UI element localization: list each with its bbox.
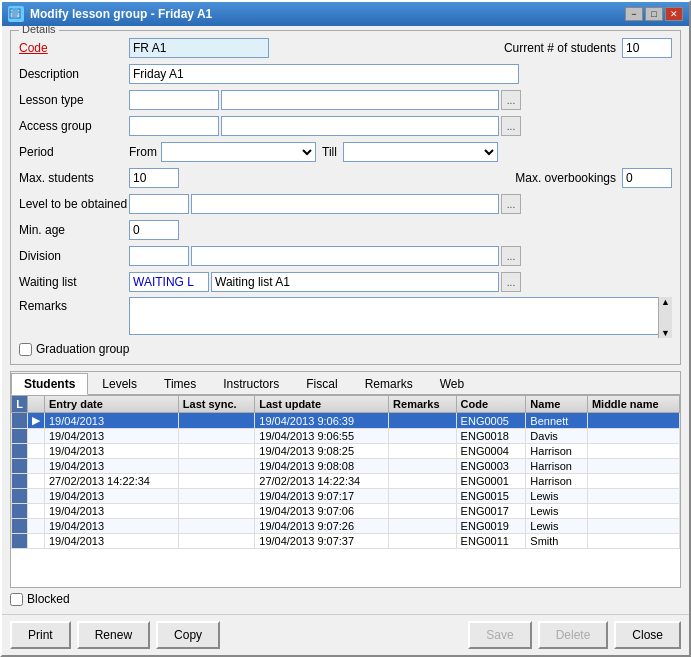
entry-date-cell: 19/04/2013 [45,534,179,549]
last-sync-cell [178,444,254,459]
renew-button[interactable]: Renew [77,621,150,649]
tab-students[interactable]: Students [11,373,88,395]
waiting-label: Waiting list [19,275,129,289]
table-row[interactable]: ▶ 19/04/2013 19/04/2013 9:06:39 ENG0005 … [12,413,680,429]
description-input[interactable] [129,64,519,84]
l-cell [12,429,28,444]
level-code[interactable] [129,194,189,214]
access-group-row: Access group ... [19,115,672,137]
lesson-type-label: Lesson type [19,93,129,107]
close-button[interactable]: Close [614,621,681,649]
table-row[interactable]: 19/04/2013 19/04/2013 9:07:06 ENG0017 Le… [12,504,680,519]
last-sync-cell [178,459,254,474]
code-cell: ENG0017 [456,504,526,519]
students-table-container: L Entry date Last sync. Last update Rema… [11,395,680,587]
arrow-cell [28,444,45,459]
min-age-input[interactable] [129,220,179,240]
delete-button[interactable]: Delete [538,621,609,649]
name-cell: Smith [526,534,588,549]
code-cell: ENG0005 [456,413,526,429]
blocked-checkbox[interactable] [10,593,23,606]
division-code[interactable] [129,246,189,266]
table-row[interactable]: 19/04/2013 19/04/2013 9:06:55 ENG0018 Da… [12,429,680,444]
from-combo[interactable] [161,142,316,162]
tab-levels[interactable]: Levels [89,373,150,395]
arrow-cell [28,459,45,474]
l-cell [12,504,28,519]
table-row[interactable]: 19/04/2013 19/04/2013 9:07:17 ENG0015 Le… [12,489,680,504]
name-cell: Bennett [526,413,588,429]
table-row[interactable]: 27/02/2013 14:22:34 27/02/2013 14:22:34 … [12,474,680,489]
title-bar: Modify lesson group - Friday A1 − □ ✕ [2,2,689,26]
access-group-ellipsis[interactable]: ... [501,116,521,136]
tab-web[interactable]: Web [427,373,477,395]
remarks-scroll-up[interactable]: ▲ [659,297,672,307]
print-button[interactable]: Print [10,621,71,649]
window-controls: − □ ✕ [625,7,683,21]
lesson-type-code[interactable] [129,90,219,110]
access-group-label: Access group [19,119,129,133]
remarks-cell [389,444,457,459]
remarks-scroll-down[interactable]: ▼ [659,328,672,338]
last-sync-cell [178,534,254,549]
code-label: Code [19,41,129,55]
window-close-button[interactable]: ✕ [665,7,683,21]
copy-button[interactable]: Copy [156,621,220,649]
min-age-label: Min. age [19,223,129,237]
remarks-input[interactable] [129,297,672,335]
middle-name-cell [587,489,679,504]
division-label: Division [19,249,129,263]
table-row[interactable]: 19/04/2013 19/04/2013 9:07:26 ENG0019 Le… [12,519,680,534]
level-ellipsis[interactable]: ... [501,194,521,214]
tabs-section: Students Levels Times Instructors Fiscal… [10,371,681,588]
till-combo[interactable] [343,142,498,162]
access-group-desc[interactable] [221,116,499,136]
waiting-ellipsis[interactable]: ... [501,272,521,292]
graduation-checkbox[interactable] [19,343,32,356]
arrow-cell [28,519,45,534]
waiting-code[interactable] [129,272,209,292]
division-desc[interactable] [191,246,499,266]
division-row: Division ... [19,245,672,267]
middle-name-cell [587,504,679,519]
access-group-code[interactable] [129,116,219,136]
last-sync-cell [178,504,254,519]
name-cell: Lewis [526,519,588,534]
code-input[interactable] [129,38,269,58]
period-row: Period From Till [19,141,672,163]
middle-name-cell [587,413,679,429]
remarks-cell [389,474,457,489]
code-cell: ENG0019 [456,519,526,534]
details-group-label: Details [19,26,59,35]
division-ellipsis[interactable]: ... [501,246,521,266]
entry-date-cell: 19/04/2013 [45,444,179,459]
name-cell: Davis [526,429,588,444]
current-students-label: Current # of students [504,41,616,55]
tab-fiscal[interactable]: Fiscal [293,373,350,395]
table-row[interactable]: 19/04/2013 19/04/2013 9:08:08 ENG0003 Ha… [12,459,680,474]
max-students-label: Max. students [19,171,129,185]
minimize-button[interactable]: − [625,7,643,21]
save-button[interactable]: Save [468,621,531,649]
tab-times[interactable]: Times [151,373,209,395]
max-overbookings-input[interactable] [622,168,672,188]
till-label: Till [322,145,337,159]
tab-instructors[interactable]: Instructors [210,373,292,395]
col-entry-date: Entry date [45,396,179,413]
table-row[interactable]: 19/04/2013 19/04/2013 9:07:37 ENG0011 Sm… [12,534,680,549]
lesson-type-ellipsis[interactable]: ... [501,90,521,110]
name-cell: Lewis [526,489,588,504]
current-students-input[interactable] [622,38,672,58]
waiting-desc[interactable] [211,272,499,292]
max-students-input[interactable] [129,168,179,188]
tab-remarks[interactable]: Remarks [352,373,426,395]
level-desc[interactable] [191,194,499,214]
l-cell [12,444,28,459]
name-cell: Harrison [526,459,588,474]
remarks-cell [389,413,457,429]
table-row[interactable]: 19/04/2013 19/04/2013 9:08:25 ENG0004 Ha… [12,444,680,459]
lesson-type-desc[interactable] [221,90,499,110]
arrow-cell [28,489,45,504]
students-table: L Entry date Last sync. Last update Rema… [11,395,680,549]
maximize-button[interactable]: □ [645,7,663,21]
